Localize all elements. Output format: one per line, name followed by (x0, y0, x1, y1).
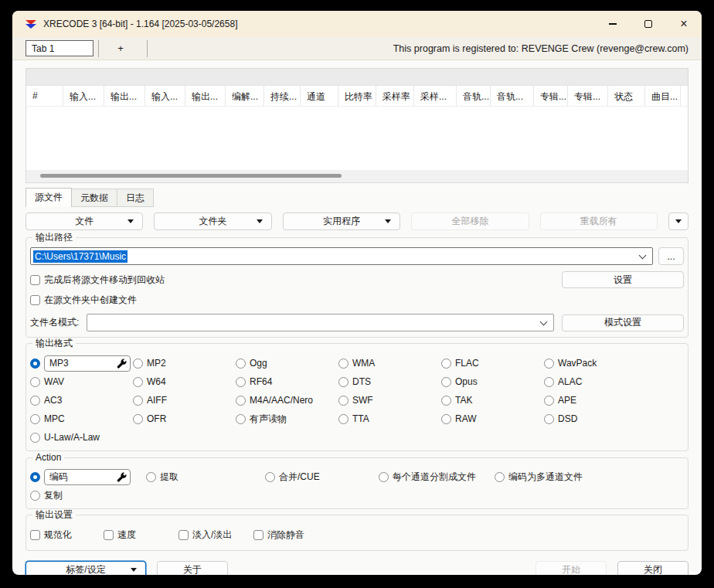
table-column-header[interactable]: 通道 (301, 86, 338, 106)
table-column-header[interactable]: 输入... (145, 86, 185, 106)
format-option[interactable]: 有声读物 (236, 410, 338, 428)
table-column-header[interactable]: # (26, 86, 63, 106)
format-radio[interactable] (30, 433, 40, 443)
format-option[interactable]: SWF (338, 391, 441, 410)
format-option[interactable]: TAK (441, 391, 544, 410)
table-column-header[interactable]: 专辑... (534, 86, 568, 106)
format-radio[interactable] (133, 377, 143, 387)
format-radio[interactable] (236, 377, 246, 387)
format-radio[interactable] (133, 359, 143, 369)
format-radio[interactable] (236, 396, 246, 406)
format-option[interactable]: ALAC (544, 372, 647, 391)
format-settings-combo[interactable]: MP3 (44, 355, 131, 372)
action-option[interactable]: 复制 (30, 486, 63, 505)
tab-source-files[interactable]: 源文件 (26, 188, 72, 207)
toolbar-more-button[interactable] (668, 212, 688, 230)
output-setting-option[interactable]: 淡入/淡出 (178, 529, 253, 542)
scrollbar-thumb[interactable] (40, 174, 342, 178)
about-button[interactable]: 关于 (157, 561, 228, 575)
maximize-button[interactable] (631, 11, 666, 37)
reload-all-button[interactable]: 重载所有 (540, 212, 658, 230)
format-option[interactable]: M4A/AAC/Nero (236, 391, 338, 410)
format-radio[interactable] (544, 377, 554, 387)
output-setting-option[interactable]: 消除静音 (253, 529, 304, 542)
format-radio[interactable] (338, 359, 348, 369)
remove-all-button[interactable]: 全部移除 (411, 212, 529, 230)
browse-button[interactable]: ... (658, 247, 684, 265)
format-radio[interactable] (338, 414, 348, 424)
folder-menu-button[interactable]: 文件夹 (154, 212, 271, 230)
format-radio[interactable] (338, 396, 348, 406)
format-option[interactable]: AC3 (30, 391, 133, 410)
add-tab-button[interactable]: + (99, 42, 142, 54)
tags-settings-button[interactable]: 标签/设定 (26, 561, 146, 575)
create-in-source-option[interactable]: 在源文件夹中创建文件 (30, 294, 137, 307)
action-radio[interactable] (379, 472, 389, 482)
settings-button[interactable]: 设置 (562, 271, 684, 288)
format-option[interactable]: WMA (338, 354, 441, 372)
output-setting-option[interactable]: 速度 (104, 529, 178, 542)
format-option[interactable]: Ogg (236, 354, 338, 372)
table-column-header[interactable]: 曲目... (645, 86, 681, 106)
format-option[interactable]: OFR (133, 410, 236, 428)
file-menu-button[interactable]: 文件 (26, 212, 143, 230)
table-column-header[interactable]: 采样率 (376, 86, 414, 106)
table-column-header[interactable]: 状态 (608, 86, 645, 106)
format-radio[interactable] (30, 414, 40, 424)
table-column-header[interactable]: 专辑... (568, 86, 608, 106)
table-column-header[interactable]: 持续... (264, 86, 301, 106)
table-column-header[interactable]: 采样... (414, 86, 457, 106)
format-option[interactable]: FLAC (441, 354, 544, 372)
table-column-header[interactable]: 比特率 (338, 86, 376, 106)
table-column-header[interactable]: 输出... (185, 86, 226, 106)
format-radio[interactable] (544, 414, 554, 424)
table-column-header[interactable]: 输入... (63, 86, 104, 106)
format-radio[interactable] (338, 377, 348, 387)
format-radio[interactable] (441, 377, 451, 387)
horizontal-scrollbar[interactable] (26, 170, 688, 182)
pattern-settings-button[interactable]: 模式设置 (562, 314, 684, 331)
action-option[interactable]: 合并/CUE (265, 467, 379, 486)
table-column-header[interactable]: 输出... (104, 86, 145, 106)
output-setting-option[interactable]: 规范化 (30, 529, 104, 542)
tab-log[interactable]: 日志 (117, 189, 154, 207)
format-radio[interactable] (441, 359, 451, 369)
move-to-recycle-option[interactable]: 完成后将源文件移动到回收站 (30, 274, 165, 287)
close-dialog-button[interactable]: 关闭 (617, 561, 688, 575)
action-radio[interactable] (146, 472, 156, 482)
format-option[interactable]: TTA (338, 410, 441, 428)
format-option[interactable]: Opus (441, 372, 544, 391)
format-radio[interactable] (544, 359, 554, 369)
format-radio[interactable] (133, 396, 143, 406)
move-to-recycle-checkbox[interactable] (30, 275, 40, 285)
format-option[interactable]: DSD (544, 410, 647, 428)
format-option[interactable]: MPC (30, 410, 133, 428)
format-option[interactable]: RF64 (236, 372, 338, 391)
table-column-header[interactable]: 音轨... (457, 86, 491, 106)
format-radio[interactable] (544, 396, 554, 406)
action-option[interactable]: 每个通道分割成文件 (379, 467, 495, 486)
action-radio[interactable] (495, 472, 505, 482)
format-option[interactable]: W64 (133, 372, 236, 391)
output-setting-checkbox[interactable] (104, 530, 114, 540)
format-radio[interactable] (30, 359, 40, 369)
action-settings-combo[interactable]: 编码 (44, 469, 131, 485)
minimize-button[interactable] (595, 11, 631, 37)
start-button[interactable]: 开始 (536, 561, 607, 575)
format-option[interactable]: MP2 (133, 354, 236, 372)
close-button[interactable]: × (666, 11, 702, 37)
format-radio[interactable] (30, 396, 40, 406)
format-option[interactable]: WavPack (544, 354, 647, 372)
format-radio[interactable] (30, 377, 40, 387)
utilities-menu-button[interactable]: 实用程序 (283, 212, 400, 230)
create-in-source-checkbox[interactable] (30, 295, 40, 305)
output-setting-checkbox[interactable] (253, 530, 264, 540)
format-radio[interactable] (441, 396, 451, 406)
action-radio[interactable] (30, 472, 40, 482)
format-radio[interactable] (441, 414, 451, 424)
action-option[interactable]: 提取 (146, 467, 265, 486)
output-path-combobox[interactable]: C:\Users\17371\Music (30, 247, 653, 265)
format-radio[interactable] (236, 359, 246, 369)
output-setting-checkbox[interactable] (30, 530, 40, 540)
format-option[interactable]: RAW (441, 410, 544, 428)
